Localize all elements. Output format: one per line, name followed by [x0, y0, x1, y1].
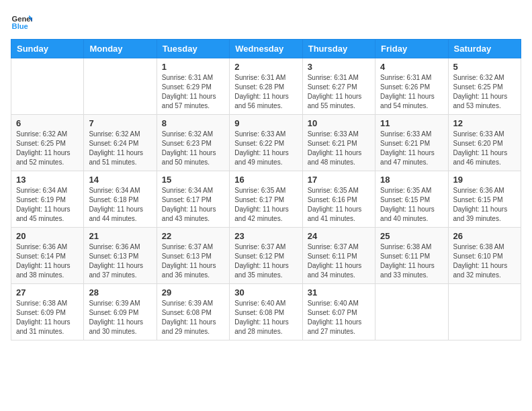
svg-text:Blue: Blue	[12, 22, 28, 30]
day-number: 17	[308, 175, 370, 185]
day-number: 27	[16, 287, 79, 298]
day-number: 28	[89, 287, 151, 298]
day-info: Sunrise: 6:33 AMSunset: 6:22 PMDaylight:…	[234, 130, 297, 167]
calendar-cell: 15Sunrise: 6:34 AMSunset: 6:17 PMDayligh…	[157, 171, 229, 228]
calendar-header-row: SundayMondayTuesdayWednesdayThursdayFrid…	[11, 40, 521, 58]
day-number: 26	[453, 231, 516, 241]
calendar-cell	[448, 284, 521, 340]
calendar-cell: 24Sunrise: 6:37 AMSunset: 6:11 PMDayligh…	[302, 228, 375, 284]
weekday-header-saturday: Saturday	[448, 40, 521, 58]
day-number: 18	[380, 175, 443, 185]
calendar-cell: 9Sunrise: 6:33 AMSunset: 6:22 PMDaylight…	[230, 115, 302, 171]
day-number: 29	[162, 287, 224, 298]
day-number: 6	[16, 118, 79, 128]
day-number: 12	[453, 118, 516, 128]
logo-icon: General Blue	[11, 11, 32, 32]
day-number: 22	[162, 231, 224, 241]
day-number: 14	[89, 175, 151, 185]
day-info: Sunrise: 6:32 AMSunset: 6:25 PMDaylight:…	[16, 130, 79, 167]
weekday-header-tuesday: Tuesday	[157, 40, 229, 58]
day-info: Sunrise: 6:35 AMSunset: 6:17 PMDaylight:…	[234, 186, 297, 224]
day-number: 3	[308, 62, 370, 72]
day-info: Sunrise: 6:34 AMSunset: 6:18 PMDaylight:…	[89, 186, 151, 224]
calendar-cell: 11Sunrise: 6:33 AMSunset: 6:21 PMDayligh…	[375, 115, 448, 171]
day-number: 24	[308, 231, 370, 241]
calendar-cell: 14Sunrise: 6:34 AMSunset: 6:18 PMDayligh…	[84, 171, 157, 228]
day-info: Sunrise: 6:40 AMSunset: 6:08 PMDaylight:…	[234, 299, 297, 336]
calendar-week-3: 13Sunrise: 6:34 AMSunset: 6:19 PMDayligh…	[11, 171, 521, 228]
calendar-cell: 2Sunrise: 6:31 AMSunset: 6:28 PMDaylight…	[230, 58, 302, 115]
calendar-cell: 20Sunrise: 6:36 AMSunset: 6:14 PMDayligh…	[11, 228, 84, 284]
day-info: Sunrise: 6:39 AMSunset: 6:09 PMDaylight:…	[89, 299, 151, 336]
calendar-cell: 23Sunrise: 6:37 AMSunset: 6:12 PMDayligh…	[230, 228, 302, 284]
calendar-cell: 29Sunrise: 6:39 AMSunset: 6:08 PMDayligh…	[157, 284, 229, 340]
calendar-cell	[84, 58, 157, 115]
day-info: Sunrise: 6:37 AMSunset: 6:12 PMDaylight:…	[234, 242, 297, 280]
day-number: 1	[162, 62, 224, 72]
calendar-cell	[11, 58, 84, 115]
day-info: Sunrise: 6:33 AMSunset: 6:20 PMDaylight:…	[453, 130, 516, 167]
day-number: 7	[89, 118, 151, 128]
day-number: 13	[16, 175, 79, 185]
day-number: 9	[234, 118, 297, 128]
day-number: 15	[162, 175, 224, 185]
day-info: Sunrise: 6:38 AMSunset: 6:10 PMDaylight:…	[453, 242, 516, 280]
day-number: 2	[234, 62, 297, 72]
calendar-cell: 19Sunrise: 6:36 AMSunset: 6:15 PMDayligh…	[448, 171, 521, 228]
calendar-cell: 13Sunrise: 6:34 AMSunset: 6:19 PMDayligh…	[11, 171, 84, 228]
calendar-cell: 4Sunrise: 6:31 AMSunset: 6:26 PMDaylight…	[375, 58, 448, 115]
calendar-table: SundayMondayTuesdayWednesdayThursdayFrid…	[11, 39, 521, 340]
day-info: Sunrise: 6:37 AMSunset: 6:11 PMDaylight:…	[308, 242, 370, 280]
day-number: 31	[308, 287, 370, 298]
calendar-cell	[375, 284, 448, 340]
calendar-week-2: 6Sunrise: 6:32 AMSunset: 6:25 PMDaylight…	[11, 115, 521, 171]
day-info: Sunrise: 6:39 AMSunset: 6:08 PMDaylight:…	[162, 299, 224, 336]
day-info: Sunrise: 6:31 AMSunset: 6:26 PMDaylight:…	[380, 73, 443, 111]
calendar-cell: 17Sunrise: 6:35 AMSunset: 6:16 PMDayligh…	[302, 171, 375, 228]
calendar-cell: 3Sunrise: 6:31 AMSunset: 6:27 PMDaylight…	[302, 58, 375, 115]
day-number: 10	[308, 118, 370, 128]
calendar-cell: 5Sunrise: 6:32 AMSunset: 6:25 PMDaylight…	[448, 58, 521, 115]
day-number: 8	[162, 118, 224, 128]
calendar-cell: 27Sunrise: 6:38 AMSunset: 6:09 PMDayligh…	[11, 284, 84, 340]
calendar-cell: 22Sunrise: 6:37 AMSunset: 6:13 PMDayligh…	[157, 228, 229, 284]
day-number: 19	[453, 175, 516, 185]
day-info: Sunrise: 6:38 AMSunset: 6:09 PMDaylight:…	[16, 299, 79, 336]
day-info: Sunrise: 6:33 AMSunset: 6:21 PMDaylight:…	[308, 130, 370, 167]
day-info: Sunrise: 6:40 AMSunset: 6:07 PMDaylight:…	[308, 299, 370, 336]
calendar-cell: 16Sunrise: 6:35 AMSunset: 6:17 PMDayligh…	[230, 171, 302, 228]
day-info: Sunrise: 6:35 AMSunset: 6:16 PMDaylight:…	[308, 186, 370, 224]
calendar-cell: 1Sunrise: 6:31 AMSunset: 6:29 PMDaylight…	[157, 58, 229, 115]
day-info: Sunrise: 6:32 AMSunset: 6:25 PMDaylight:…	[453, 73, 516, 111]
calendar-cell: 10Sunrise: 6:33 AMSunset: 6:21 PMDayligh…	[302, 115, 375, 171]
day-info: Sunrise: 6:34 AMSunset: 6:17 PMDaylight:…	[162, 186, 224, 224]
calendar-cell: 28Sunrise: 6:39 AMSunset: 6:09 PMDayligh…	[84, 284, 157, 340]
day-number: 16	[234, 175, 297, 185]
day-info: Sunrise: 6:32 AMSunset: 6:24 PMDaylight:…	[89, 130, 151, 167]
day-info: Sunrise: 6:37 AMSunset: 6:13 PMDaylight:…	[162, 242, 224, 280]
calendar-cell: 8Sunrise: 6:32 AMSunset: 6:23 PMDaylight…	[157, 115, 229, 171]
calendar-cell: 21Sunrise: 6:36 AMSunset: 6:13 PMDayligh…	[84, 228, 157, 284]
day-number: 25	[380, 231, 443, 241]
day-number: 23	[234, 231, 297, 241]
day-info: Sunrise: 6:36 AMSunset: 6:14 PMDaylight:…	[16, 242, 79, 280]
weekday-header-friday: Friday	[375, 40, 448, 58]
weekday-header-sunday: Sunday	[11, 40, 84, 58]
day-info: Sunrise: 6:31 AMSunset: 6:27 PMDaylight:…	[308, 73, 370, 111]
day-info: Sunrise: 6:36 AMSunset: 6:13 PMDaylight:…	[89, 242, 151, 280]
logo: General Blue	[11, 11, 35, 32]
day-info: Sunrise: 6:33 AMSunset: 6:21 PMDaylight:…	[380, 130, 443, 167]
day-number: 11	[380, 118, 443, 128]
calendar-cell: 7Sunrise: 6:32 AMSunset: 6:24 PMDaylight…	[84, 115, 157, 171]
day-info: Sunrise: 6:34 AMSunset: 6:19 PMDaylight:…	[16, 186, 79, 224]
calendar-cell: 26Sunrise: 6:38 AMSunset: 6:10 PMDayligh…	[448, 228, 521, 284]
day-info: Sunrise: 6:36 AMSunset: 6:15 PMDaylight:…	[453, 186, 516, 224]
day-info: Sunrise: 6:31 AMSunset: 6:28 PMDaylight:…	[234, 73, 297, 111]
weekday-header-monday: Monday	[84, 40, 157, 58]
calendar-cell: 31Sunrise: 6:40 AMSunset: 6:07 PMDayligh…	[302, 284, 375, 340]
day-number: 5	[453, 62, 516, 72]
weekday-header-wednesday: Wednesday	[230, 40, 302, 58]
day-number: 4	[380, 62, 443, 72]
calendar-cell: 6Sunrise: 6:32 AMSunset: 6:25 PMDaylight…	[11, 115, 84, 171]
weekday-header-thursday: Thursday	[302, 40, 375, 58]
